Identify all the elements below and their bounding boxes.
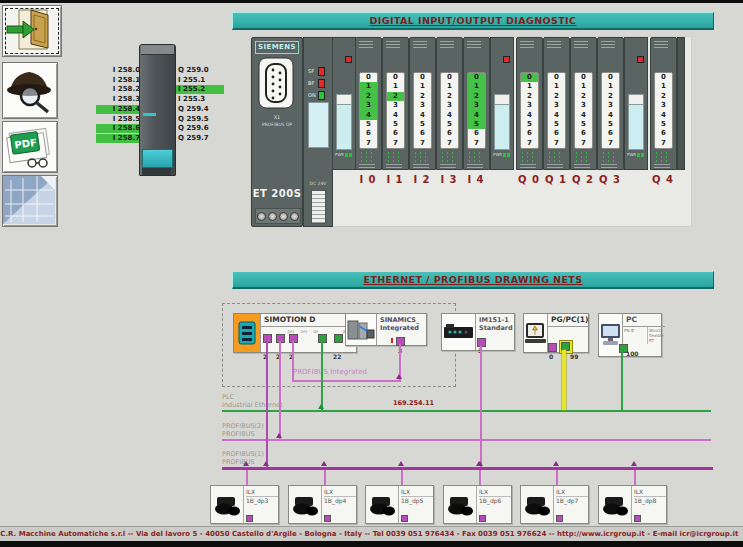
bus-name-label: PROFIBUS DP xyxy=(255,121,300,126)
sinamics-block[interactable]: SINAMICS_ Integrated xyxy=(345,313,427,346)
ethernet-line xyxy=(222,410,711,412)
channel-1: 1 xyxy=(655,82,672,91)
channel-3: 3 xyxy=(602,101,619,110)
ilx-drive-dp5[interactable]: ILX1B_dp5 xyxy=(365,485,434,524)
channel-6: 6 xyxy=(468,129,485,138)
channel-4: 4 xyxy=(548,111,565,120)
channel-7: 7 xyxy=(548,139,565,148)
channel-1: 1 xyxy=(360,82,377,91)
port-label: DP2 xyxy=(301,329,308,333)
profibus1-line xyxy=(222,467,713,470)
company-info: I.C.R. Macchine Automatiche s.r.l -- Via… xyxy=(0,530,738,538)
profibus1-label-1: PROFIBUS(1) xyxy=(222,451,264,458)
ilx-id: 1B_dp6 xyxy=(479,497,511,505)
ilx-drive-dp8[interactable]: ILX1B_dp8 xyxy=(598,485,667,524)
io-address: I 258.6 xyxy=(96,124,142,133)
io-address: I 258.3 xyxy=(96,95,142,104)
module-detail xyxy=(654,41,668,49)
junction-arrow xyxy=(276,433,282,438)
ilx-drive-dp6[interactable]: ILX1B_dp6 xyxy=(443,485,512,524)
led-sf: SF xyxy=(308,67,325,75)
module-detail xyxy=(467,164,483,168)
junction-arrow xyxy=(631,461,637,466)
top-border xyxy=(0,0,743,3)
ilx-name: ILX xyxy=(324,488,356,497)
channel-5: 5 xyxy=(575,120,592,129)
io-address: I 258.2 xyxy=(96,85,142,94)
pg-dp-port[interactable] xyxy=(548,343,557,352)
im151-title-1: IM151-1 xyxy=(476,314,514,324)
screw xyxy=(279,212,288,221)
channel-3: 3 xyxy=(387,101,404,110)
channel-2: 2 xyxy=(387,92,404,101)
channel-1: 1 xyxy=(468,82,485,91)
io-address: Q 259.7 xyxy=(176,134,224,143)
pdf-export-button[interactable]: PDF xyxy=(2,121,58,173)
channel-4: 4 xyxy=(468,111,485,120)
ilx-id: 1B_dp5 xyxy=(401,497,433,505)
channel-5: 5 xyxy=(521,120,538,129)
footer-bar: I.C.R. Macchine Automatiche s.r.l -- Via… xyxy=(0,526,743,542)
channel-6: 6 xyxy=(575,129,592,138)
pg-ie-address: 99 xyxy=(570,353,578,360)
channel-strip: 01234567 xyxy=(413,72,432,149)
connector xyxy=(401,470,403,486)
io-address: I 255.3 xyxy=(176,95,224,104)
channel-4: 4 xyxy=(575,111,592,120)
power-feed-module: SF BF ON DC 24V xyxy=(303,37,333,227)
ilx-drive-dp7[interactable]: ILX1B_dp7 xyxy=(520,485,589,524)
io-module-i4: 01234567 xyxy=(463,37,490,170)
channel-0: 0 xyxy=(387,73,404,82)
connector xyxy=(246,470,248,486)
profibus-integrated-label: PROFIBUS Integrated xyxy=(293,368,367,376)
sf-led xyxy=(503,56,510,63)
page-title-banner: DIGITAL INPUT/OUTPUT DIAGNOSTIC xyxy=(232,12,714,30)
channel-2: 2 xyxy=(602,92,619,101)
connector xyxy=(324,470,326,486)
module-detail xyxy=(547,41,561,49)
channel-3: 3 xyxy=(414,101,431,110)
io-module-i1: 01234567 xyxy=(382,37,409,170)
channel-5: 5 xyxy=(602,120,619,129)
ilx-drive-dp3[interactable]: ILX1B_dp3 xyxy=(210,485,279,524)
io-module-q0: 01234567 xyxy=(516,37,543,170)
module-detail xyxy=(440,151,457,163)
io-address: I 258.5 xyxy=(96,115,142,124)
channel-6: 6 xyxy=(441,129,458,138)
channel-6: 6 xyxy=(414,129,431,138)
junction-arrow xyxy=(476,461,482,466)
diagnostic-search-button[interactable] xyxy=(2,62,58,119)
junction-arrow xyxy=(321,461,327,466)
profibus-integrated-line xyxy=(292,380,401,382)
pc-if-label: PN IE xyxy=(623,327,648,344)
channel-7: 7 xyxy=(602,139,619,148)
dp-port xyxy=(324,515,331,522)
channel-1: 1 xyxy=(602,82,619,91)
bottom-border xyxy=(0,541,743,547)
drawings-button[interactable] xyxy=(2,175,58,227)
ethernet-label-1: PLC xyxy=(222,394,234,401)
channel-4: 4 xyxy=(655,111,672,120)
ilx-drive-dp4[interactable]: ILX1B_dp4 xyxy=(288,485,357,524)
network-title-banner: ETHERNET / PROFIBUS DRAWING NETS xyxy=(232,271,714,289)
simotion-device-icon xyxy=(234,314,261,352)
ie-port[interactable] xyxy=(334,334,343,343)
drive-icon xyxy=(211,486,244,523)
exit-button[interactable] xyxy=(2,5,62,57)
sinamics-title-2: Integrated xyxy=(377,324,426,332)
module-label: Q 4 xyxy=(650,174,676,185)
simotion-block[interactable]: SIMOTION D DP1 DP2 DP IE1 IE2 xyxy=(233,313,357,353)
channel-0: 0 xyxy=(360,73,377,82)
module-detail xyxy=(574,41,588,49)
channel-3: 3 xyxy=(360,101,377,110)
module-connector xyxy=(142,168,171,175)
channel-4: 4 xyxy=(387,111,404,120)
channel-6: 6 xyxy=(521,129,538,138)
dp-port xyxy=(246,515,253,522)
channel-7: 7 xyxy=(360,139,377,148)
channel-7: 7 xyxy=(468,139,485,148)
module-detail xyxy=(601,151,618,163)
module-detail xyxy=(574,151,591,163)
channel-2: 2 xyxy=(655,92,672,101)
channel-strip: 01234567 xyxy=(467,72,486,149)
